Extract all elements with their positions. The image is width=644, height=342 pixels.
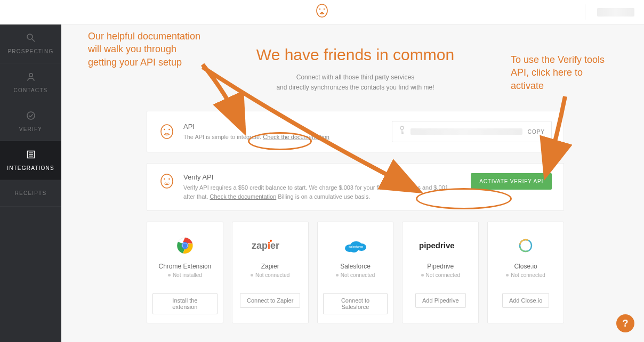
- svg-line-4: [32, 39, 35, 42]
- svg-point-19: [164, 178, 165, 180]
- api-card-body: API The API is simple to integrate. Chec…: [183, 123, 329, 142]
- subtitle-line: Connect with all those third party servi…: [147, 72, 564, 83]
- svg-point-26: [270, 240, 272, 242]
- integration-status: Not connected: [506, 272, 545, 278]
- svg-point-24: [182, 243, 187, 248]
- subtitle-line: and directly synchronizes the contacts y…: [147, 83, 564, 93]
- integration-card-zapier: zapier Zapier Not connected Connect to Z…: [232, 222, 309, 323]
- integration-status: Not connected: [251, 272, 290, 278]
- annotation-left: Our helpful documentation will walk you …: [88, 30, 205, 69]
- activate-verify-button[interactable]: ACTIVATE VERIFY API: [471, 173, 552, 190]
- chrome-icon: [176, 233, 194, 258]
- check-circle-icon: [26, 111, 36, 123]
- api-card: API The API is simple to integrate. Chec…: [147, 111, 564, 152]
- sidebar-item-receipts[interactable]: RECEIPTS: [0, 180, 61, 207]
- salesforce-icon: salesforce: [342, 233, 368, 258]
- svg-point-2: [324, 8, 325, 9]
- integrations-grid: Chrome Extension Not installed Install t…: [147, 222, 564, 323]
- sidebar-label: INTEGRATIONS: [7, 165, 54, 171]
- api-desc-text: The API is simple to integrate.: [183, 134, 263, 140]
- integration-card-salesforce: salesforce Salesforce Not connected Conn…: [317, 222, 394, 323]
- api-doc-link[interactable]: Check the documentation: [263, 134, 329, 140]
- api-card-title: API: [183, 123, 329, 131]
- closeio-icon: [517, 233, 535, 258]
- svg-text:salesforce: salesforce: [349, 245, 364, 248]
- integrations-icon: [26, 150, 36, 162]
- svg-point-18: [161, 174, 173, 188]
- svg-point-11: [161, 125, 173, 139]
- verify-desc-suffix: Billing is on a cumulative use basis.: [276, 193, 370, 200]
- integration-action-button[interactable]: Add Pipedrive: [415, 293, 466, 308]
- api-card-desc: The API is simple to integrate. Check th…: [183, 133, 329, 142]
- sidebar-item-integrations[interactable]: INTEGRATIONS: [0, 141, 61, 180]
- face-logo-icon: [159, 124, 175, 140]
- key-icon: [399, 126, 405, 137]
- sidebar-item-verify[interactable]: VERIFY: [0, 102, 61, 141]
- integration-card-chrome: Chrome Extension Not installed Install t…: [147, 222, 223, 323]
- page-title: We have friends in common: [147, 46, 564, 64]
- verify-doc-link[interactable]: Check the documentation: [210, 193, 277, 200]
- svg-point-1: [319, 8, 320, 9]
- integration-action-button[interactable]: Connect to Zapier: [240, 293, 300, 308]
- copy-button[interactable]: COPY: [528, 129, 545, 135]
- svg-point-35: [519, 239, 532, 253]
- sidebar-label: RECEIPTS: [15, 190, 47, 196]
- integration-card-pipedrive: pipedrive Pipedrive Not connected Add Pi…: [402, 222, 479, 323]
- svg-point-5: [29, 74, 32, 77]
- sidebar-item-prospecting[interactable]: PROSPECTING: [0, 25, 61, 63]
- integration-title: Chrome Extension: [159, 263, 212, 270]
- integration-action-button[interactable]: Connect to Salesforce: [323, 293, 388, 314]
- svg-text:zapier: zapier: [252, 240, 279, 251]
- sidebar-item-contacts[interactable]: CONTACTS: [0, 63, 61, 102]
- svg-point-14: [400, 126, 404, 129]
- integration-status: Not connected: [421, 272, 461, 278]
- sidebar-label: PROSPECTING: [8, 48, 54, 54]
- api-key-value[interactable]: [410, 128, 522, 135]
- svg-point-0: [317, 4, 327, 17]
- integration-card-closeio: Close.io Not connected Add Close.io: [487, 222, 564, 323]
- sidebar: PROSPECTING CONTACTS VERIFY INTEGRATIONS…: [0, 25, 61, 342]
- integration-title: Salesforce: [340, 263, 371, 270]
- app-logo: [315, 4, 329, 21]
- verify-card-desc: Verify API requires a $50 credit balance…: [183, 183, 461, 201]
- integration-status: Not installed: [168, 272, 202, 278]
- pipedrive-icon: pipedrive: [419, 233, 462, 258]
- search-icon: [26, 33, 36, 45]
- svg-point-20: [168, 178, 170, 180]
- svg-point-12: [164, 129, 165, 131]
- top-header: [0, 0, 644, 25]
- face-logo-icon: [159, 173, 175, 189]
- svg-point-6: [27, 112, 35, 119]
- header-divider: [585, 4, 585, 20]
- verify-card-title: Verify API: [183, 173, 461, 181]
- svg-text:pipedrive: pipedrive: [419, 241, 455, 250]
- verify-api-card: Verify API Verify API requires a $50 cre…: [147, 163, 564, 211]
- help-button[interactable]: ?: [616, 314, 634, 332]
- integration-action-button[interactable]: Install the extension: [152, 293, 218, 314]
- person-icon: [26, 72, 36, 84]
- annotation-right: To use the Verify tools API, click here …: [511, 53, 617, 92]
- integration-title: Close.io: [514, 263, 537, 270]
- integration-action-button[interactable]: Add Close.io: [502, 293, 549, 308]
- sidebar-label: CONTACTS: [14, 87, 48, 93]
- verify-card-body: Verify API Verify API requires a $50 cre…: [183, 173, 461, 201]
- svg-point-13: [168, 129, 170, 131]
- user-menu[interactable]: [597, 8, 634, 17]
- svg-point-3: [27, 34, 33, 39]
- integration-title: Zapier: [261, 263, 279, 270]
- sidebar-label: VERIFY: [19, 126, 42, 132]
- page-subtitle: Connect with all those third party servi…: [147, 72, 564, 93]
- integration-status: Not connected: [336, 272, 375, 278]
- api-key-box: COPY: [392, 121, 552, 142]
- integration-title: Pipedrive: [427, 263, 454, 270]
- zapier-icon: zapier: [252, 233, 289, 258]
